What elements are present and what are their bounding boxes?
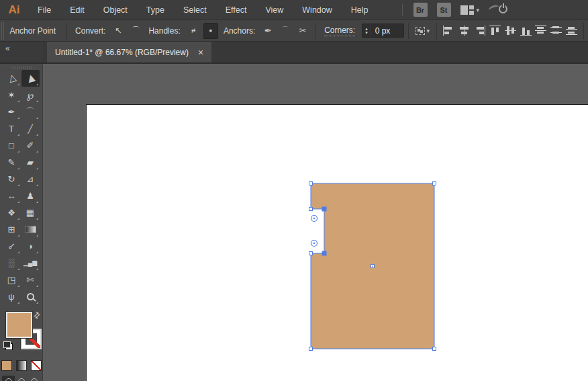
divider — [408, 23, 409, 39]
menu-type[interactable]: Type — [137, 1, 174, 19]
color-button[interactable] — [1, 360, 12, 371]
rectangle-tool[interactable]: □ — [3, 137, 21, 154]
live-corner-widget[interactable] — [311, 216, 317, 222]
menu-edit[interactable]: Edit — [60, 1, 94, 19]
swap-fill-stroke-icon[interactable]: ⇄ — [31, 309, 42, 321]
bridge-button[interactable]: Br — [413, 3, 428, 17]
artboard-tool[interactable]: ◳ — [3, 271, 21, 288]
toolbar-collapse-button[interactable]: « — [0, 42, 43, 62]
shaper-tool[interactable]: ✎ — [3, 154, 21, 171]
menu-select[interactable]: Select — [174, 1, 216, 19]
anchor-point[interactable] — [433, 182, 436, 185]
gradient-tool[interactable] — [21, 221, 40, 238]
vertical-align-bottom-button[interactable] — [518, 23, 534, 39]
corners-stepper[interactable]: ▴ ▾ — [362, 24, 371, 37]
eyedropper-tool[interactable]: ⊸ — [3, 238, 21, 255]
horizontal-align-left-button[interactable] — [441, 23, 456, 39]
document-tab[interactable]: Untitled-1* @ 66.67% (RGB/Preview) × — [47, 42, 211, 62]
horizontal-align-center-button[interactable] — [456, 23, 472, 39]
mesh-tool[interactable]: ⊞ — [3, 221, 21, 238]
eraser-tool[interactable]: ▰ — [21, 154, 40, 171]
horizontal-align-right-button[interactable] — [472, 23, 487, 39]
anchor-point[interactable] — [309, 208, 313, 211]
anchor-point-selected[interactable] — [322, 251, 327, 256]
vertical-align-center-button[interactable] — [503, 23, 518, 39]
width-tool[interactable]: ↔ — [3, 187, 21, 204]
menu-effect[interactable]: Effect — [216, 1, 256, 19]
show-handles-button[interactable]: •∕• — [186, 23, 201, 39]
add-anchor-icon: ✒ — [264, 26, 272, 36]
tool-icon: ◳ — [7, 276, 15, 284]
gradient-button[interactable] — [16, 360, 27, 371]
anchor-point[interactable] — [309, 182, 313, 185]
align-icon — [566, 26, 577, 36]
perspective-grid-tool[interactable]: ▦ — [21, 204, 40, 221]
column-graph-tool[interactable]: ▁▄▆ — [21, 255, 40, 271]
vertical-distribute-center-button[interactable] — [548, 23, 564, 39]
vertical-distribute-bottom-button[interactable] — [564, 23, 579, 39]
stepper-down-icon[interactable]: ▾ — [365, 31, 368, 35]
paintbrush-tool[interactable]: ✐ — [21, 137, 40, 154]
panel-grip[interactable] — [1, 22, 5, 40]
cut-path-button[interactable]: ✂ — [295, 23, 310, 39]
slice-tool[interactable]: ✄ — [21, 271, 40, 288]
anchor-point[interactable] — [309, 347, 313, 351]
fill-swatch[interactable] — [6, 312, 32, 338]
default-fill-stroke-icon[interactable] — [3, 341, 13, 350]
menu-file[interactable]: File — [28, 1, 60, 19]
tool-icon: ◑ — [28, 242, 33, 251]
canvas[interactable] — [43, 64, 588, 381]
symbol-sprayer-tool[interactable]: ░ — [3, 255, 21, 271]
magic-wand-tool[interactable]: ✶ — [3, 87, 21, 103]
type-tool[interactable]: T — [3, 120, 21, 137]
line-segment-tool[interactable]: ╱ — [21, 120, 40, 137]
none-button[interactable] — [31, 360, 42, 371]
menu-window[interactable]: Window — [293, 1, 341, 19]
blend-tool[interactable]: ◑ — [21, 238, 40, 255]
zoom-tool[interactable] — [21, 288, 40, 305]
shape-builder-tool[interactable]: ❖ — [3, 204, 21, 221]
remove-anchor-button[interactable]: ⌒ — [278, 23, 293, 39]
stock-button[interactable]: St — [437, 3, 451, 17]
pen-tool[interactable]: ✒ — [3, 103, 21, 120]
menu-view[interactable]: View — [256, 1, 293, 19]
hide-handles-button[interactable]: ▪ — [203, 23, 218, 39]
draw-normal-button[interactable] — [2, 376, 15, 381]
menu-bar: Ai File Edit Object Type Select Effect V… — [0, 0, 588, 20]
direct-selection-tool[interactable]: ▶ — [21, 70, 40, 87]
arrange-documents-button[interactable]: ▾ — [460, 5, 480, 15]
touch-workspace-button[interactable] — [489, 3, 509, 17]
panel-grip[interactable] — [11, 66, 32, 69]
rotate-tool[interactable]: ↻ — [3, 171, 21, 187]
vertical-align-top-button[interactable] — [487, 23, 503, 39]
hand-tool[interactable]: ψ — [3, 288, 21, 305]
lasso-tool[interactable]: ℘ — [21, 87, 40, 103]
puppet-warp-tool[interactable]: ♟ — [21, 187, 40, 204]
corners-input[interactable] — [371, 26, 403, 36]
menu-items: File Edit Object Type Select Effect View… — [28, 1, 378, 19]
menu-object[interactable]: Object — [94, 1, 137, 19]
curvature-tool[interactable]: ⌒ — [21, 103, 40, 120]
close-icon[interactable]: × — [198, 48, 203, 57]
tool-icon: ↔ — [7, 192, 16, 200]
selection-tool[interactable]: ▷ — [3, 70, 21, 87]
topbar-right: Br St ▾ — [402, 3, 509, 17]
anchor-point-selected[interactable] — [322, 207, 327, 212]
align-icon — [505, 26, 516, 36]
convert-to-corner-button[interactable]: ↖ — [111, 23, 126, 39]
scale-tool[interactable]: ⊿ — [21, 171, 40, 187]
convert-to-smooth-button[interactable]: ⌒ — [128, 23, 143, 39]
draw-behind-button[interactable] — [15, 376, 28, 381]
draw-inside-icon — [31, 378, 38, 381]
arrange-documents-icon — [460, 5, 474, 15]
vertical-distribute-top-button[interactable] — [533, 23, 548, 39]
draw-inside-button[interactable] — [28, 376, 40, 381]
anchor-point[interactable] — [433, 347, 436, 351]
menu-help[interactable]: Help — [342, 1, 378, 19]
select-similar-button[interactable]: ▾ — [415, 27, 430, 35]
anchor-point[interactable] — [309, 252, 313, 255]
context-label: Anchor Point — [9, 26, 56, 36]
live-corner-widget[interactable] — [311, 241, 317, 247]
add-anchor-button[interactable]: ✒ — [260, 23, 275, 39]
corners-link[interactable]: Corners: — [324, 26, 355, 36]
